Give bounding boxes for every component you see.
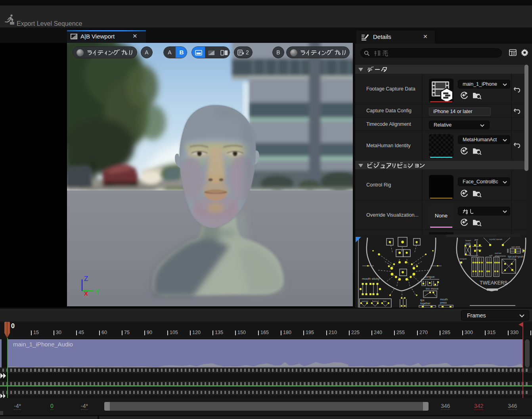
svg-text:teeth: teeth xyxy=(465,242,471,244)
svg-text:mouth sticky: mouth sticky xyxy=(362,277,379,281)
svg-text:mouth: mouth xyxy=(440,298,448,301)
svg-text:lower: lower xyxy=(465,239,471,242)
svg-text:together: together xyxy=(420,302,431,305)
svg-text:Z: Z xyxy=(84,275,88,283)
svg-text:sharpness: sharpness xyxy=(495,255,506,257)
svg-text:tongue: tongue xyxy=(425,275,435,279)
svg-text:Y: Y xyxy=(95,288,100,296)
svg-text:roll: roll xyxy=(489,254,492,257)
svg-text:corner: corner xyxy=(362,300,368,302)
svg-text:funnel: funnel xyxy=(372,300,379,302)
svg-text:lips: lips xyxy=(383,300,387,302)
svg-text:jaw: jaw xyxy=(474,238,478,241)
svg-text:upr shrk: upr shrk xyxy=(511,246,521,248)
svg-text:X: X xyxy=(84,290,88,297)
svg-text:press: press xyxy=(440,301,447,304)
svg-text:inv move: inv move xyxy=(426,287,439,290)
svg-text:nasolab...: nasolab... xyxy=(470,254,480,257)
svg-text:tongue: tongue xyxy=(459,258,467,260)
svg-text:lips: lips xyxy=(420,299,425,302)
svg-text:TWEAKERS: TWEAKERS xyxy=(480,280,507,286)
svg-text:lips pull+push: lips pull+push xyxy=(508,255,524,258)
svg-text:eyelid tweak: eyelid tweak xyxy=(489,238,503,240)
svg-text:corner: corner xyxy=(495,252,501,254)
